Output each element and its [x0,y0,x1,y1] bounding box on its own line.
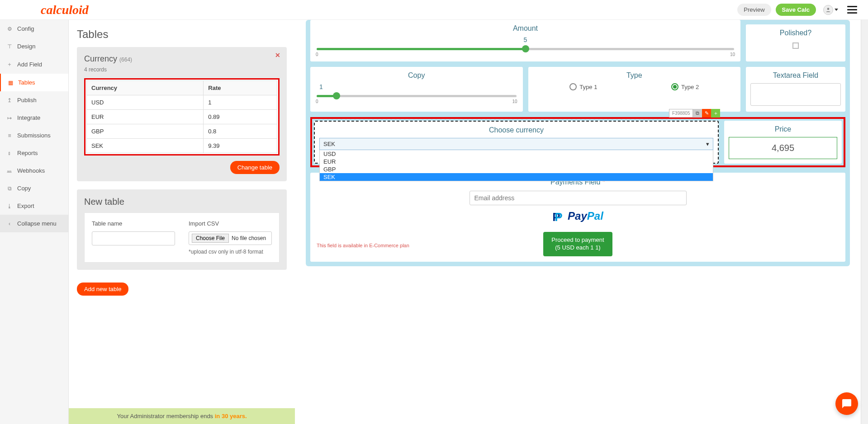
save-calc-button[interactable]: Save Calc [776,4,816,16]
select-value: SEK [323,141,335,147]
dropdown-option[interactable]: SEK [320,173,713,181]
type-option-1[interactable]: Type 1 [569,83,597,90]
dropdown-option[interactable]: EUR [320,158,713,165]
currency-card: ✕ Currency (664) 4 records Currency Rate… [77,47,287,181]
table-row[interactable]: GBP0.8 [87,124,277,139]
type-option-2[interactable]: Type 2 [671,83,699,90]
records-count: 4 records [84,66,280,73]
slider-max: 10 [730,52,735,57]
table-row[interactable]: EUR0.89 [87,110,277,124]
preview-button[interactable]: Preview [737,4,771,16]
polished-widget: Polished? [746,24,845,61]
proceed-button[interactable]: Proceed to payment (5 USD each 1 1) [543,232,612,256]
chevron-left-icon: ‹ [6,221,13,227]
radio-icon [569,83,577,90]
sidebar-item-export[interactable]: ⭳Export [0,197,68,215]
sidebar-item-label: Tables [18,79,35,86]
radio-label: Type 1 [579,84,597,90]
sidebar-item-copy[interactable]: ⧉Copy [0,179,68,197]
change-table-button[interactable]: Change table [230,161,280,174]
copy-slider[interactable] [317,95,517,97]
svg-point-0 [827,8,830,10]
slider-min: 0 [316,52,318,57]
sidebar: ⚙Config ⊤Design ＋Add Field ▦Tables ↥Publ… [0,20,69,424]
dropdown-option[interactable]: USD [320,150,713,158]
textarea-title: Textarea Field [750,71,841,80]
type-widget: Type Type 1 Type 2 [528,67,741,112]
sidebar-item-label: Integrate [17,114,40,121]
slider-thumb-icon[interactable] [522,45,529,52]
sidebar-item-integrate[interactable]: ↦Integrate [0,109,68,127]
currency-name: Currency [84,54,117,63]
sidebar-item-label: Reports [17,150,38,156]
sidebar-item-design[interactable]: ⊤Design [0,38,68,55]
sidebar-item-config[interactable]: ⚙Config [0,20,68,38]
file-input-wrap[interactable]: Choose File No file chosen [189,231,272,245]
logo[interactable]: calculoid [41,3,89,17]
paypal-logo: PayPal [316,210,840,224]
col-currency: Currency [87,81,204,95]
pencil-icon[interactable]: ✎ [702,109,711,118]
plus-icon[interactable]: ＋ [711,109,720,118]
copy-widget: Copy 1 010 [310,67,523,112]
textarea-widget: Textarea Field [746,67,845,112]
close-icon[interactable]: ✕ [275,52,280,59]
choose-currency-title: Choose currency [319,126,713,134]
hamburger-menu-icon[interactable] [845,4,859,15]
chevron-down-icon: ▾ [706,141,709,147]
add-new-table-button[interactable]: Add new table [77,283,128,296]
clone-icon[interactable]: ⧉ [693,109,702,118]
new-table-card: New table Table name Import CSV Choose F… [77,189,287,270]
cell: USD [87,95,204,110]
sidebar-item-publish[interactable]: ↥Publish [0,91,68,109]
slider-thumb-icon[interactable] [333,92,340,99]
amount-value: 5 [315,36,736,43]
price-title: Price [729,125,837,133]
polished-checkbox[interactable] [792,42,799,49]
email-input[interactable] [470,191,687,205]
sidebar-item-reports[interactable]: ⫾Reports [0,144,68,162]
cell: 0.8 [204,124,277,139]
sidebar-item-collapse[interactable]: ‹Collapse menu [0,215,68,232]
dropdown-option[interactable]: GBP [320,165,713,173]
top-actions: Preview Save Calc [737,4,859,16]
amount-title: Amount [315,24,736,33]
upload-icon: ↥ [6,97,13,104]
sidebar-item-tables[interactable]: ▦Tables [0,74,68,91]
chevron-down-icon [835,9,838,11]
table-row[interactable]: SEK9.39 [87,139,277,153]
sidebar-item-webhooks[interactable]: ⅏Webhooks [0,162,68,179]
textarea-input[interactable] [750,83,841,106]
table-row[interactable]: USD1 [87,95,277,110]
page-title: Tables [77,28,287,41]
cell: 1 [204,95,277,110]
currency-select[interactable]: SEK ▾ [319,138,713,150]
amount-widget: Amount 5 010 [310,20,740,61]
user-menu[interactable] [821,5,841,15]
field-toolbar: F398805 ⧉ ✎ ＋ [669,109,847,118]
chat-bubble-icon[interactable] [835,392,858,415]
paypal-icon [552,212,564,224]
cell: 0.89 [204,110,277,124]
table-name-input[interactable] [92,231,175,245]
banner-highlight: in 30 years. [215,413,247,419]
currency-table-highlight: Currency Rate USD1 EUR0.89 GBP0.8 SEK9.3… [84,78,280,155]
export-icon: ⭳ [6,203,13,209]
sidebar-item-add-field[interactable]: ＋Add Field [0,55,68,74]
proceed-line1: Proceed to payment [551,236,604,243]
cell: 9.39 [204,139,277,153]
scrollbar[interactable] [861,20,868,424]
sidebar-item-label: Collapse menu [17,220,57,227]
col-rate: Rate [204,81,277,95]
webhook-icon: ⅏ [6,168,13,174]
choose-file-button[interactable]: Choose File [192,234,229,243]
upload-hint: *upload csv only in utf-8 format [189,249,272,255]
currency-table: Currency Rate USD1 EUR0.89 GBP0.8 SEK9.3… [86,80,277,153]
no-file-label: No file chosen [232,235,266,241]
plus-icon: ＋ [6,61,13,68]
amount-slider[interactable] [317,48,734,50]
cell: GBP [87,124,204,139]
calculator-preview: Amount 5 010 Polished? Copy 1 [295,20,861,424]
sidebar-item-submissions[interactable]: ≡Submissions [0,127,68,144]
chart-icon: ⫾ [6,150,13,156]
